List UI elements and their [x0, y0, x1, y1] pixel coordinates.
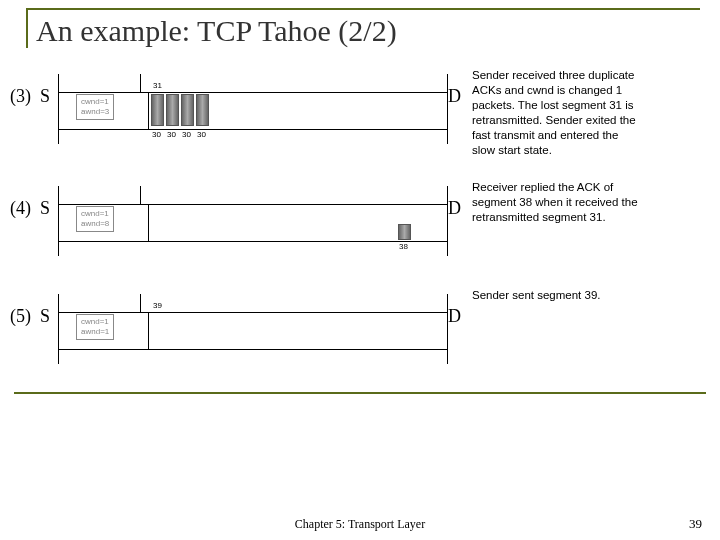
diagram-row-5: (5) S cwnd=1 awnd=1 39 D Sender sent seg… — [10, 284, 710, 374]
cwnd-box: cwnd=1 awnd=1 — [76, 314, 114, 340]
packet — [196, 94, 209, 126]
seg-num: 30 — [167, 130, 176, 139]
sender-label: S — [40, 176, 58, 219]
diagram-row-4: (4) S cwnd=1 awnd=8 38 D Receiver replie… — [10, 176, 710, 266]
seg-num: 39 — [153, 301, 162, 310]
sender-label: S — [40, 284, 58, 327]
receiver-label: D — [448, 284, 466, 327]
packet — [398, 224, 411, 240]
step-label: (5) — [10, 284, 40, 327]
sender-label: S — [40, 64, 58, 107]
footer-chapter: Chapter 5: Transport Layer — [0, 517, 720, 532]
diagram-row-3: (3) S cwnd=1 awnd=3 31 30 30 30 30 D Sen… — [10, 64, 710, 158]
cwnd-box: cwnd=1 awnd=3 — [76, 94, 114, 120]
step-description: Receiver replied the ACK of segment 38 w… — [466, 176, 644, 225]
page-number: 39 — [689, 516, 702, 532]
pipe-diagram: cwnd=1 awnd=1 39 — [58, 284, 448, 374]
seg-num: 30 — [182, 130, 191, 139]
seg-num: 31 — [153, 81, 162, 90]
seg-num: 30 — [152, 130, 161, 139]
seg-num: 30 — [197, 130, 206, 139]
pipe-diagram: cwnd=1 awnd=8 38 — [58, 176, 448, 266]
pipe-diagram: cwnd=1 awnd=3 31 30 30 30 30 — [58, 64, 448, 154]
footer-divider — [14, 392, 706, 394]
step-label: (3) — [10, 64, 40, 107]
step-label: (4) — [10, 176, 40, 219]
page-title: An example: TCP Tahoe (2/2) — [36, 14, 700, 48]
packet — [166, 94, 179, 126]
seg-num: 38 — [399, 242, 408, 251]
step-description: Sender sent segment 39. — [466, 284, 644, 303]
receiver-label: D — [448, 176, 466, 219]
step-description: Sender received three duplicate ACKs and… — [466, 64, 644, 158]
packet — [181, 94, 194, 126]
packet — [151, 94, 164, 126]
receiver-label: D — [448, 64, 466, 107]
cwnd-box: cwnd=1 awnd=8 — [76, 206, 114, 232]
